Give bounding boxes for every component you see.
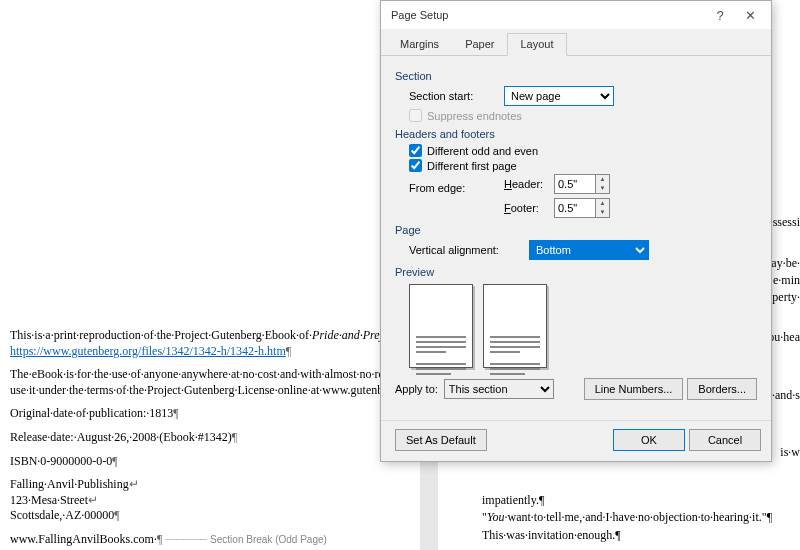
body-text: This·is·a·print·reproduction·of·the·Proj… xyxy=(10,328,390,359)
dialog-titlebar[interactable]: Page Setup ? ✕ xyxy=(381,1,771,29)
text-fragment: ay·be· xyxy=(771,255,800,272)
document-left-page: This·is·a·print·reproduction·of·the·Proj… xyxy=(10,328,390,550)
cancel-button[interactable]: Cancel xyxy=(689,429,761,451)
vertical-alignment-select[interactable]: Bottom xyxy=(529,240,649,260)
footer-edge-label: Footer: xyxy=(504,202,554,214)
line-numbers-button[interactable]: Line Numbers... xyxy=(584,378,684,400)
footer-edge-input[interactable] xyxy=(555,199,595,217)
preview-group-header: Preview xyxy=(395,266,757,278)
header-edge-label: Header: xyxy=(504,178,554,190)
suppress-endnotes-label: Suppress endnotes xyxy=(427,110,522,122)
text-fragment: ·and·s xyxy=(772,387,800,404)
body-text: This·was·invitation·enough.¶ xyxy=(460,527,800,544)
apply-to-label: Apply to: xyxy=(395,383,438,395)
from-edge-label: From edge: xyxy=(409,174,504,218)
section-group-header: Section xyxy=(395,70,757,82)
suppress-endnotes-checkbox xyxy=(409,109,422,122)
text-fragment: ssessi xyxy=(773,214,800,231)
up-arrow-icon[interactable]: ▲ xyxy=(596,199,609,208)
section-start-select[interactable]: New page xyxy=(504,86,614,106)
different-first-page-label: Different first page xyxy=(427,160,517,172)
tab-paper[interactable]: Paper xyxy=(452,33,507,55)
dialog-title: Page Setup xyxy=(391,9,705,21)
preview-page-left xyxy=(409,284,473,368)
body-text: The·eBook·is·for·the·use·of·anyone·anywh… xyxy=(10,367,390,398)
close-button[interactable]: ✕ xyxy=(735,8,765,23)
preview-page-right xyxy=(483,284,547,368)
set-as-default-button[interactable]: Set As Default xyxy=(395,429,487,451)
page-setup-dialog: Page Setup ? ✕ Margins Paper Layout Sect… xyxy=(380,0,772,462)
down-arrow-icon[interactable]: ▼ xyxy=(596,208,609,217)
down-arrow-icon[interactable]: ▼ xyxy=(596,184,609,193)
text-fragment: perty· xyxy=(772,289,800,306)
tab-strip: Margins Paper Layout xyxy=(381,29,771,56)
section-start-label: Section start: xyxy=(409,90,504,102)
header-edge-input[interactable] xyxy=(555,175,595,193)
apply-to-select[interactable]: This section xyxy=(444,379,554,399)
body-text: ISBN·0-9000000-0-0¶ xyxy=(10,454,390,470)
body-text: impatiently.¶ xyxy=(460,492,800,509)
header-edge-spinner[interactable]: ▲▼ xyxy=(554,174,610,194)
body-text: Release·date:·August·26,·2008·(Ebook·#13… xyxy=(10,430,390,446)
vertical-alignment-label: Vertical alignment: xyxy=(409,244,529,256)
body-text: Falling·Anvil·Publishing↵ 123·Mesa·Stree… xyxy=(10,477,390,524)
footer-edge-spinner[interactable]: ▲▼ xyxy=(554,198,610,218)
different-first-page-checkbox[interactable] xyxy=(409,159,422,172)
body-text: "You·want·to·tell·me,·and·I·have·no·obje… xyxy=(460,509,800,526)
text-fragment: ou·hea xyxy=(768,329,800,346)
tab-margins[interactable]: Margins xyxy=(387,33,452,55)
different-odd-even-checkbox[interactable] xyxy=(409,144,422,157)
headers-footers-group-header: Headers and footers xyxy=(395,128,757,140)
tab-layout[interactable]: Layout xyxy=(507,33,566,56)
text-fragment: e·min xyxy=(773,272,800,289)
help-button[interactable]: ? xyxy=(705,8,735,23)
preview-area xyxy=(409,284,757,368)
up-arrow-icon[interactable]: ▲ xyxy=(596,175,609,184)
body-text: Original·date·of·publication:·1813¶ xyxy=(10,406,390,422)
text-fragment: is·w xyxy=(780,444,800,461)
different-odd-even-label: Different odd and even xyxy=(427,145,538,157)
body-text: www.FallingAnvilBooks.com·¶ ┈┈┈┈┈┈┈ Sect… xyxy=(10,532,390,550)
page-group-header: Page xyxy=(395,224,757,236)
ok-button[interactable]: OK xyxy=(613,429,685,451)
hyperlink[interactable]: https://www.gutenberg.org/files/1342/134… xyxy=(10,344,286,358)
borders-button[interactable]: Borders... xyxy=(687,378,757,400)
